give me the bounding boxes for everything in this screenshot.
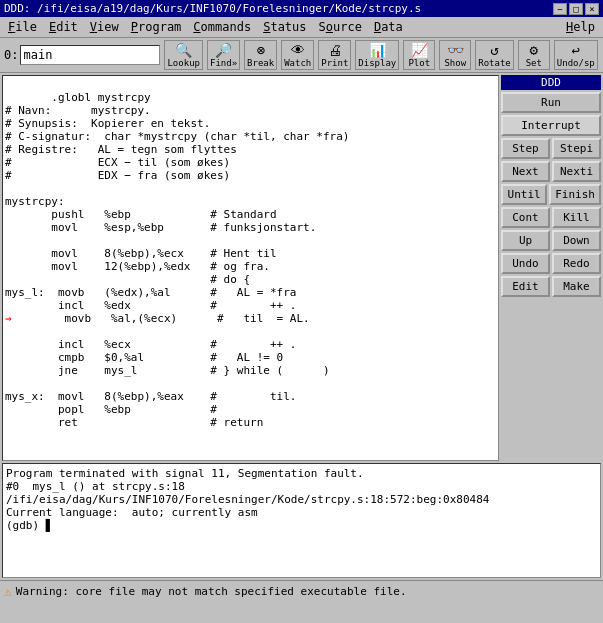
display-icon: 📊 [369, 42, 386, 58]
source-line-16: mys_l: movb (%edx),%al # AL = *fra [5, 286, 296, 299]
source-line-15: # do { [5, 273, 250, 286]
source-line-4: # C-signatur: char *mystrcpy (char *til,… [5, 130, 349, 143]
menu-source[interactable]: Source [313, 18, 368, 36]
status-bar: ⚠ Warning: core file may not match speci… [0, 580, 603, 602]
until-button[interactable]: Until [501, 184, 547, 205]
source-line-10: pushl %ebp # Standard [5, 208, 277, 221]
rotate-button[interactable]: ↺ Rotate [475, 40, 514, 70]
source-line-21: jne mys_l # } while ( ) [5, 364, 330, 377]
source-line-11: movl %esp,%ebp # funksjonstart. [5, 221, 316, 234]
menu-program[interactable]: Program [125, 18, 188, 36]
status-text: Warning: core file may not match specifi… [16, 585, 407, 598]
watch-button[interactable]: 👁 Watch [281, 40, 314, 70]
run-button[interactable]: Run [501, 92, 601, 113]
undosp-icon: ↩ [572, 42, 580, 58]
source-line-5: # Registre: AL = tegn som flyttes [5, 143, 237, 156]
set-icon: ⚙ [530, 42, 538, 58]
toolbar-input-group: 0: [4, 45, 160, 65]
menu-commands[interactable]: Commands [187, 18, 257, 36]
warning-icon: ⚠ [4, 584, 12, 599]
source-line-14: movl 12(%ebp),%edx # og fra. [5, 260, 270, 273]
edit-make-group: Edit Make [501, 276, 601, 297]
set-button[interactable]: ⚙ Set [518, 40, 550, 70]
source-line-24: popl %ebp # [5, 403, 217, 416]
menu-view[interactable]: View [84, 18, 125, 36]
break-button[interactable]: ⊗ Break [244, 40, 277, 70]
menu-file[interactable]: File [2, 18, 43, 36]
break-icon: ⊗ [256, 42, 264, 58]
main-input[interactable] [20, 45, 160, 65]
plot-button[interactable]: 📈 Plot [403, 40, 435, 70]
kill-button[interactable]: Kill [552, 207, 601, 228]
finish-button[interactable]: Finish [549, 184, 601, 205]
print-icon: 🖨 [328, 42, 342, 58]
undo-redo-group: Undo Redo [501, 253, 601, 274]
lookup-icon: 🔍 [175, 42, 192, 58]
right-panel: DDD Run Interrupt Step Stepi Next Nexti … [501, 75, 601, 461]
source-line-25: ret # return [5, 416, 263, 429]
plot-icon: 📈 [411, 42, 428, 58]
arrow-indicator: ⇒ [5, 312, 12, 325]
source-line-2: # Navn: mystrcpy. [5, 104, 151, 117]
source-line-9: mystrcpy: [5, 195, 65, 208]
source-line-13: movl 8(%ebp),%ecx # Hent til [5, 247, 277, 260]
find-icon: 🔎 [215, 42, 232, 58]
menu-bar: File Edit View Program Commands Status S… [0, 17, 603, 38]
minimize-button[interactable]: − [553, 3, 567, 15]
nexti-button[interactable]: Nexti [552, 161, 601, 182]
toolbar: 0: 🔍 Lookup 🔎 Find» ⊗ Break 👁 Watch 🖨 Pr… [0, 38, 603, 73]
menu-help[interactable]: Help [560, 18, 601, 36]
show-icon: 👓 [447, 42, 464, 58]
up-button[interactable]: Up [501, 230, 550, 251]
menu-edit[interactable]: Edit [43, 18, 84, 36]
step-button[interactable]: Step [501, 138, 550, 159]
source-line-7: # EDX − fra (som økes) [5, 169, 230, 182]
window-controls: − □ × [553, 3, 599, 15]
stepi-button[interactable]: Stepi [552, 138, 601, 159]
output-panel[interactable]: Program terminated with signal 11, Segme… [2, 463, 601, 578]
undo-button[interactable]: Undo [501, 253, 550, 274]
menu-data[interactable]: Data [368, 18, 409, 36]
window-title: DDD: /ifi/eisa/a19/dag/Kurs/INF1070/Fore… [4, 2, 421, 15]
menu-status[interactable]: Status [257, 18, 312, 36]
next-button[interactable]: Next [501, 161, 550, 182]
find-button[interactable]: 🔎 Find» [207, 40, 240, 70]
cont-kill-group: Cont Kill [501, 207, 601, 228]
right-panel-title: DDD [501, 75, 601, 90]
source-line-19: incl %ecx # ++ . [5, 338, 296, 351]
until-finish-group: Until Finish [501, 184, 601, 205]
maximize-button[interactable]: □ [569, 3, 583, 15]
source-panel[interactable]: .globl mystrcpy # Navn: mystrcpy. # Synu… [2, 75, 499, 461]
next-nexti-group: Next Nexti [501, 161, 601, 182]
close-button[interactable]: × [585, 3, 599, 15]
make-button[interactable]: Make [552, 276, 601, 297]
up-down-group: Up Down [501, 230, 601, 251]
input-label: 0: [4, 48, 18, 62]
edit-button[interactable]: Edit [501, 276, 550, 297]
title-bar: DDD: /ifi/eisa/a19/dag/Kurs/INF1070/Fore… [0, 0, 603, 17]
show-button[interactable]: 👓 Show [439, 40, 471, 70]
source-line-20: cmpb $0,%al # AL != 0 [5, 351, 283, 364]
display-button[interactable]: 📊 Display [355, 40, 399, 70]
arrow-line: ⇒ movb %al,(%ecx) # til = AL. [5, 312, 496, 325]
undosp-button[interactable]: ↩ Undo/sp [554, 40, 598, 70]
step-stepi-group: Step Stepi [501, 138, 601, 159]
down-button[interactable]: Down [552, 230, 601, 251]
redo-button[interactable]: Redo [552, 253, 601, 274]
source-line-6: # ECX − til (som økes) [5, 156, 230, 169]
watch-icon: 👁 [291, 42, 305, 58]
print-button[interactable]: 🖨 Print [318, 40, 351, 70]
rotate-icon: ↺ [490, 42, 498, 58]
source-line-23: mys_x: movl 8(%ebp),%eax # til. [5, 390, 296, 403]
cont-button[interactable]: Cont [501, 207, 550, 228]
source-line-3: # Synupsis: Kopierer en tekst. [5, 117, 210, 130]
interrupt-button[interactable]: Interrupt [501, 115, 601, 136]
source-line-17: incl %edx # ++ . [5, 299, 296, 312]
source-line-1: .globl mystrcpy [5, 91, 151, 104]
source-line-18: movb %al,(%ecx) # til = AL. [12, 312, 310, 325]
main-area: .globl mystrcpy # Navn: mystrcpy. # Synu… [0, 73, 603, 463]
lookup-button[interactable]: 🔍 Lookup [164, 40, 203, 70]
